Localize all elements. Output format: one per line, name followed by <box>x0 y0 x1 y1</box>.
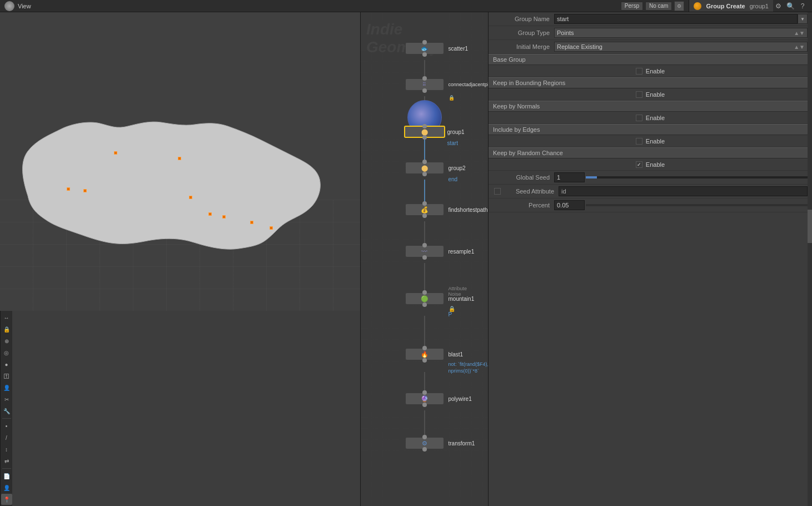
node-box-connect1[interactable]: ⠿ <box>405 78 444 91</box>
toolbar-btn-scissors[interactable]: ✂ <box>1 394 12 405</box>
node-mountain1[interactable]: 🟢 Attribute Noise mountain1 🔒 P <box>405 292 444 305</box>
base-group-checkbox[interactable] <box>636 68 642 75</box>
cam-button[interactable]: No cam <box>645 2 672 11</box>
connector-top-blast1 <box>422 346 427 350</box>
section-include-edges: Include by Edges <box>489 124 812 135</box>
scatter-dot <box>114 151 117 155</box>
node-box-group2[interactable]: ⬤ <box>405 162 444 174</box>
toolbar-btn-user2[interactable]: 👤 <box>1 482 12 493</box>
settings-icon[interactable]: ⚙ <box>773 1 783 11</box>
camera-controls: Persp No cam ⚙ <box>621 1 689 11</box>
scatter-icon: 🐟 <box>421 45 429 52</box>
group-type-dropdown[interactable]: Points ▲▼ <box>554 28 808 38</box>
node-sublabel-group2: end <box>449 176 458 182</box>
seed-attr-input[interactable] <box>559 186 808 196</box>
connector-bottom-polywire1 <box>422 403 427 407</box>
node-findpath1[interactable]: 💰 findshortestpath1 <box>405 204 444 216</box>
node-label-findpath1: findshortestpath1 <box>449 207 489 213</box>
connector-top-transform1 <box>422 435 427 439</box>
toolbar-btn-horiz[interactable]: ⇄ <box>1 455 12 467</box>
toolbar-btn-target[interactable]: ◎ <box>1 347 12 358</box>
toolbar-btn-slash[interactable]: / <box>1 432 12 443</box>
node-box-findpath1[interactable]: 💰 <box>405 204 444 216</box>
global-seed-slider-group <box>554 172 808 182</box>
connector-bottom-mountain1 <box>422 302 427 307</box>
toolbar-btn-circle[interactable]: ● <box>1 359 12 370</box>
right-toolbar: ↔ 🔒 ⊕ ◎ ● ⚿ 👤 ✂ 🔧 • / ↕ ⇄ 📄 👤 📍 <box>0 311 12 506</box>
toolbar-btn-dot[interactable]: • <box>1 420 12 431</box>
node-group2[interactable]: ⬤ group2 end <box>405 162 444 174</box>
node-polywire1[interactable]: 🔮 polywire1 <box>405 393 444 405</box>
toolbar-btn-pin[interactable]: 📍 <box>1 494 12 505</box>
node-label-transform1: transform1 <box>449 440 475 447</box>
include-edges-checkbox[interactable] <box>636 138 642 145</box>
search-icon[interactable]: 🔍 <box>785 1 795 11</box>
keep-bounding-enable-label: Enable <box>646 91 665 98</box>
toolbar-btn-1[interactable]: ↔ <box>1 312 12 323</box>
toolbar-btn-add[interactable]: ⊕ <box>1 335 12 346</box>
global-seed-label: Global Seed <box>493 174 554 181</box>
toolbar-separator-1 <box>2 418 11 419</box>
help-icon[interactable]: ? <box>798 1 808 11</box>
group-name-dropdown-btn[interactable]: ▼ <box>798 14 808 24</box>
connector-bottom-group2 <box>422 172 427 176</box>
base-group-title: Base Group <box>493 56 526 63</box>
node-group1[interactable]: ⬤ group1 start <box>404 126 445 138</box>
top-bar: View Persp No cam ⚙ Group Create group1 … <box>0 0 812 12</box>
land-mass <box>17 96 328 279</box>
node-resample1[interactable]: 〰 resample1 <box>405 245 444 257</box>
global-seed-track[interactable] <box>586 176 808 178</box>
polywire-icon: 🔮 <box>421 395 429 403</box>
percent-input[interactable] <box>554 200 585 210</box>
main-content: ↔ 🔒 ⊕ ◎ ● ⚿ 👤 ✂ 🔧 • / ↕ ⇄ 📄 👤 📍 IndieGeo… <box>0 12 812 506</box>
node-transform1[interactable]: ⚙ transform1 <box>405 437 444 449</box>
node-box-blast1[interactable]: 🔥 <box>405 348 444 360</box>
keep-normals-enable-label: Enable <box>646 115 665 121</box>
node-label-group1: group1 <box>447 129 465 135</box>
initial-merge-dropdown[interactable]: Replace Existing ▲▼ <box>554 42 808 52</box>
connector-bottom-transform1 <box>422 447 427 452</box>
node-blast1[interactable]: 🔥 blast1 not: `fit(rand($F4), 0, 1, 0,np… <box>405 348 444 360</box>
toolbar-separator-2 <box>2 468 11 469</box>
node-connect1[interactable]: ⠿ connectadjacentpie... 🔒 <box>405 78 444 91</box>
node-box-polywire1[interactable]: 🔮 <box>405 393 444 405</box>
toolbar-btn-doc[interactable]: 📄 <box>1 470 12 482</box>
viewport-canvas[interactable] <box>0 12 360 311</box>
toolbar-btn-user[interactable]: 👤 <box>1 382 12 393</box>
group-type-arrow: ▲▼ <box>794 30 805 36</box>
keep-normals-checkbox[interactable] <box>636 115 642 121</box>
random-enable-checkbox[interactable] <box>636 161 642 168</box>
toolbar-btn-lock[interactable]: 🔒 <box>1 324 12 335</box>
group-name-input[interactable] <box>554 14 798 24</box>
scatter-dot <box>250 221 253 224</box>
panel-header: Group Create group1 <box>689 0 773 12</box>
node-lock-icon: 🔒 <box>449 95 455 101</box>
keep-bounding-checkbox[interactable] <box>636 91 642 98</box>
toolbar-btn-key[interactable]: ⚿ <box>1 370 12 381</box>
viewport-settings-button[interactable]: ⚙ <box>674 1 684 11</box>
node-box-resample1[interactable]: 〰 <box>405 245 444 257</box>
node-scatter1[interactable]: 🐟 scatter1 <box>405 42 444 54</box>
random-chance-title: Keep by Random Chance <box>493 150 563 156</box>
scatter-dot <box>83 189 87 192</box>
persp-button[interactable]: Persp <box>621 2 643 11</box>
node-label-resample1: resample1 <box>449 249 475 255</box>
section-keep-bounding: Keep in Bounding Regions <box>489 77 812 88</box>
node-box-transform1[interactable]: ⚙ <box>405 437 444 449</box>
props-scroll[interactable]: Group Name ▼ Group Type Points ▲▼ Initia… <box>489 12 812 506</box>
include-edges-enable-row: Enable <box>489 135 812 147</box>
toolbar-btn-wrench[interactable]: 🔧 <box>1 405 12 416</box>
group-type-label: Group Type <box>493 29 554 36</box>
node-label-mountain1: mountain1 <box>449 296 475 302</box>
toolbar-btn-vert[interactable]: ↕ <box>1 444 12 455</box>
node-box-scatter1[interactable]: 🐟 <box>405 42 444 54</box>
base-group-enable-label: Enable <box>646 68 665 75</box>
connector-top-findpath1 <box>422 201 427 206</box>
node-box-group1[interactable]: ⬤ <box>404 126 445 138</box>
global-seed-input[interactable] <box>554 172 585 182</box>
node-box-mountain1[interactable]: 🟢 <box>405 292 444 305</box>
scroll-thumb[interactable] <box>808 210 812 243</box>
viewport-settings-icon: ⚙ <box>677 3 681 9</box>
percent-track[interactable] <box>586 204 808 206</box>
seed-attr-checkbox[interactable] <box>494 188 501 195</box>
